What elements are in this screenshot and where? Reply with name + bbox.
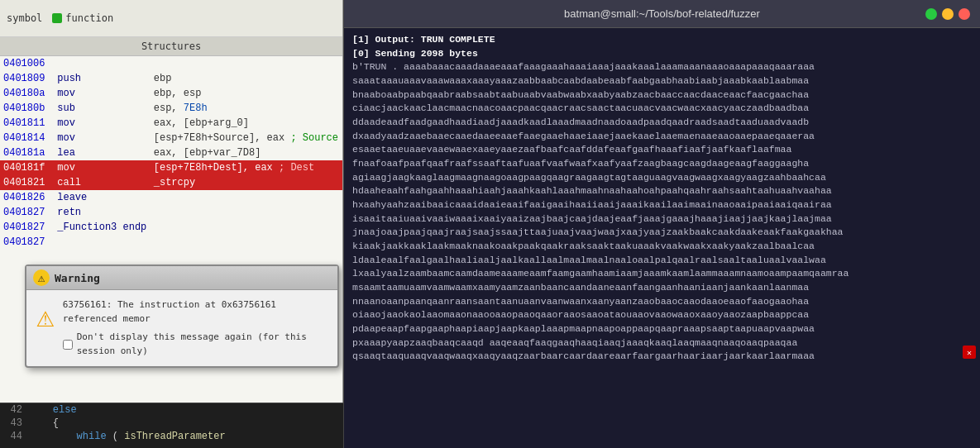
- terminal-line: ciaacjaackaaclaacmaacnaacoaacpaacqaacraa…: [352, 102, 972, 116]
- warning-dialog: ⚠ Warning ⚠ 63756161: The instruction at…: [25, 265, 339, 368]
- warning-title-text: Warning: [55, 272, 100, 284]
- terminal-line: esaaetaaeuaaevaaewaaexaaeyaaezaafbaafcaa…: [352, 143, 972, 157]
- terminal-line: b'TRUN . aaaabaaacaaadaaaeaaafaaagaaahaa…: [352, 60, 972, 74]
- terminal-line: hxaahyaahzaaibaaicaaaidaaieaaifaaigaaiha…: [352, 198, 972, 212]
- terminal-line: hdaaheaahfaahgaahhaaahiaahjaaahkaahlaaah…: [352, 184, 972, 198]
- table-row: 0401006: [0, 56, 342, 71]
- terminal-line: ddaadeaadfaadgaadhaadiaadjaaadkaadlaaadm…: [352, 116, 972, 130]
- terminal-line: oiaaojaaokaolaaomaaonaaooaaopaaoqaaoraao…: [352, 308, 972, 322]
- window-buttons[interactable]: [925, 8, 970, 20]
- terminal-line: [0] Sending 2098 bytes: [352, 47, 972, 61]
- table-row: 0401809 push ebp: [0, 71, 342, 86]
- terminal-content: [1] Output: TRUN COMPLETE[0] Sending 209…: [344, 28, 980, 448]
- table-row: 0401811 mov eax, [ebp+arg_0]: [0, 116, 342, 131]
- table-row: 0401827: [0, 235, 342, 250]
- terminal-line: dxaadyaadzaaebaaecaaedaaeeaaefaaegaaehaa…: [352, 130, 972, 144]
- terminal-line: nnaanoaanpaanqaanraansaantaanuaanvaanwaa…: [352, 295, 972, 309]
- warning-triangle-icon: ⚠: [36, 302, 55, 331]
- terminal-window: batman@small:~/Tools/bof-related/fuzzer …: [343, 0, 980, 448]
- symbol-label: symbol: [7, 12, 42, 24]
- warning-checkbox[interactable]: [63, 340, 73, 350]
- terminal-line: kiaakjaakkaaklaakmaaknaakoaakpaakqaakraa…: [352, 240, 972, 254]
- terminal-line: pxaaapyaapzaaqbaaqcaaqd aaqeaaqfaaqgaaqh…: [352, 336, 972, 350]
- close-x-button[interactable]: ✕: [963, 346, 976, 359]
- terminal-line: jnaajoaajpaajqaajraajsaajssaajttaajuaajv…: [352, 226, 972, 240]
- disassembly-panel: symbol function Structures 0401006 04018…: [0, 0, 343, 448]
- code-panel: 42 else 43 { 44 while ( isThreadParamete…: [0, 403, 343, 448]
- terminal-title: batman@small:~/Tools/bof-related/fuzzer: [564, 7, 760, 20]
- maximize-button[interactable]: [925, 8, 937, 20]
- warning-message: 63756161: The instruction at 0x63756161 …: [63, 298, 327, 326]
- warning-title-bar: ⚠ Warning: [26, 266, 337, 290]
- terminal-line: [1] Output: TRUN COMPLETE: [352, 33, 972, 47]
- legend-symbol: symbol: [7, 12, 42, 24]
- table-row: 040180b sub esp, 7E8h: [0, 101, 342, 116]
- legend-function: function: [52, 12, 113, 24]
- terminal-line: bnaaboaabpaabqaabraabsaabtaabuaabvaabwaa…: [352, 88, 972, 102]
- function-label: function: [65, 12, 113, 24]
- table-row: 040181a lea eax, [ebp+var_7D8]: [0, 145, 342, 160]
- terminal-line: agiaagjaagkaaglaagmaagnaagoaagpaagqaagra…: [352, 171, 972, 185]
- close-button[interactable]: [958, 8, 970, 20]
- terminal-line: msaamtaamuaamvaamwaamxaamyaamzaanbaancaa…: [352, 281, 972, 295]
- table-row: 0401826 leave: [0, 190, 342, 205]
- table-row: 0401827 _Function3 endp: [0, 220, 342, 235]
- table-row-highlighted: 040181f mov [esp+7E8h+Dest], eax ; Dest: [0, 160, 342, 175]
- warning-body: ⚠ 63756161: The instruction at 0x6375616…: [26, 290, 337, 366]
- terminal-line: isaaitaaiuaaivaaiwaaaixaaiyaaizaajbaajca…: [352, 212, 972, 226]
- terminal-line: ldaaleaalfaalgaalhaaliaaljaalkaallaalmaa…: [352, 254, 972, 268]
- function-dot: [52, 13, 62, 23]
- table-row: 0401827 retn: [0, 205, 342, 220]
- code-line-42: 42 else: [0, 403, 343, 417]
- terminal-line: fnaafoaafpaafqaafraafssaaftaafuaafvaafwa…: [352, 157, 972, 171]
- code-line-44: 44 while ( isThreadParameter: [0, 430, 343, 443]
- table-row: 0401814 mov [esp+7E8h+Source], eax ; Sou…: [0, 131, 342, 145]
- code-line-43: 43 {: [0, 417, 343, 430]
- structures-header: Structures: [0, 37, 342, 56]
- legend-bar: symbol function: [0, 0, 342, 37]
- table-row: 040180a mov ebp, esp: [0, 86, 342, 101]
- terminal-line: qsaaqtaaquaaqvaaqwaaqxaaqyaaqzaarbaarcaa…: [352, 350, 972, 364]
- warning-text: 63756161: The instruction at 0x63756161 …: [63, 298, 327, 358]
- terminal-line: pdaapeaapfaapgaaphaapiaapjaapkaaplaaapma…: [352, 322, 972, 336]
- minimize-button[interactable]: [942, 8, 954, 20]
- warning-checkbox-label: Don't display this message again (for th…: [77, 331, 327, 358]
- terminal-line: saaataaauaaavaaawaaaxaaayaaazaabbaabcaab…: [352, 74, 972, 88]
- warning-checkbox-row[interactable]: Don't display this message again (for th…: [63, 331, 327, 358]
- terminal-line: lxaalyaalzaambaamcaamdaameaaameaamfaamga…: [352, 267, 972, 281]
- disasm-table: 0401006 0401809 push ebp 040180a mov ebp…: [0, 56, 342, 250]
- warning-icon: ⚠: [33, 269, 50, 286]
- terminal-titlebar: batman@small:~/Tools/bof-related/fuzzer: [344, 0, 980, 28]
- table-row-highlighted: 0401821 call _strcpy: [0, 175, 342, 190]
